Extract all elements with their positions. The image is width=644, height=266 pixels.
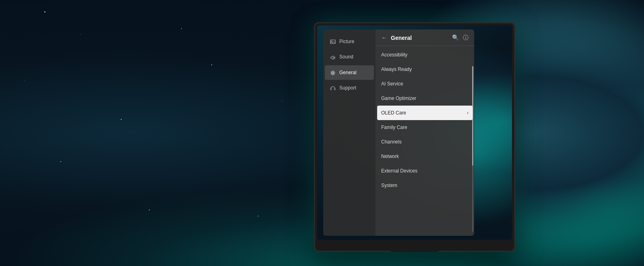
panel-header: ← General 🔍 ⓘ <box>376 29 474 46</box>
star <box>258 216 258 216</box>
panel-title: General <box>391 35 412 41</box>
svg-marker-2 <box>331 56 333 60</box>
star <box>149 210 150 210</box>
background: Picture Sound General Support ← General <box>0 0 644 266</box>
tv-container: Picture Sound General Support ← General <box>314 22 515 252</box>
menu-item-label-family-care: Family Care <box>381 125 469 130</box>
menu-item-label-channels: Channels <box>381 139 469 145</box>
menu-item-channels[interactable]: Channels <box>376 135 474 149</box>
sidebar-panel: Picture Sound General Support <box>323 29 376 236</box>
sidebar-label-sound: Sound <box>339 54 353 60</box>
search-icon[interactable]: 🔍 <box>452 34 459 42</box>
menu-item-family-care[interactable]: Family Care <box>376 120 474 135</box>
sidebar-item-sound[interactable]: Sound <box>325 50 374 64</box>
menu-item-system[interactable]: System <box>376 178 474 193</box>
menu-list: AccessibilityAlways ReadyAI ServiceGame … <box>376 46 474 236</box>
menu-item-external-devices[interactable]: External Devices <box>376 164 474 178</box>
menu-item-label-always-ready: Always Ready <box>381 66 469 72</box>
right-panel: ← General 🔍 ⓘ AccessibilityAlways ReadyA… <box>376 29 474 236</box>
sidebar-item-support[interactable]: Support <box>325 81 374 95</box>
menu-item-ai-service[interactable]: AI Service <box>376 77 474 91</box>
sidebar-item-general[interactable]: General <box>325 65 374 80</box>
star <box>181 28 182 29</box>
sidebar-label-general: General <box>339 70 357 75</box>
help-icon[interactable]: ⓘ <box>463 34 469 42</box>
scrollbar <box>472 66 473 232</box>
star <box>60 161 61 162</box>
sidebar-item-picture[interactable]: Picture <box>325 34 374 49</box>
scrollbar-thumb <box>472 66 473 166</box>
general-icon <box>330 69 336 76</box>
tv-screen: Picture Sound General Support ← General <box>317 25 512 240</box>
support-icon <box>330 85 336 91</box>
menu-overlay: Picture Sound General Support ← General <box>323 29 474 236</box>
menu-item-oled-care[interactable]: OLED Care› <box>377 106 473 120</box>
star <box>44 11 45 12</box>
menu-item-accessibility[interactable]: Accessibility <box>376 48 474 62</box>
svg-rect-4 <box>330 89 332 90</box>
menu-item-label-network: Network <box>381 154 469 159</box>
svg-point-1 <box>331 41 332 42</box>
picture-icon <box>330 38 336 45</box>
menu-item-label-external-devices: External Devices <box>381 168 469 174</box>
tv-bezel: Picture Sound General Support ← General <box>314 22 515 252</box>
menu-item-label-game-optimizer: Game Optimizer <box>381 96 469 101</box>
star <box>211 64 212 65</box>
panel-header-left: ← General <box>381 34 412 42</box>
sidebar-label-picture: Picture <box>339 39 354 44</box>
back-button[interactable]: ← <box>381 34 388 42</box>
menu-item-label-system: System <box>381 183 469 188</box>
menu-item-label-ai-service: AI Service <box>381 81 469 87</box>
tv-stand <box>390 249 439 252</box>
panel-header-right: 🔍 ⓘ <box>452 34 469 42</box>
star <box>80 34 81 35</box>
menu-item-network[interactable]: Network <box>376 149 474 164</box>
star <box>24 81 25 81</box>
menu-item-always-ready[interactable]: Always Ready <box>376 62 474 77</box>
sound-icon <box>330 54 336 60</box>
sidebar-label-support: Support <box>339 85 356 91</box>
menu-item-label-oled-care: OLED Care <box>381 110 467 116</box>
svg-point-3 <box>332 72 334 74</box>
star <box>121 119 122 120</box>
menu-item-label-accessibility: Accessibility <box>381 52 469 58</box>
star <box>282 101 282 101</box>
menu-item-game-optimizer[interactable]: Game Optimizer <box>376 91 474 106</box>
svg-rect-5 <box>334 89 336 90</box>
menu-item-arrow-oled-care: › <box>467 110 469 116</box>
